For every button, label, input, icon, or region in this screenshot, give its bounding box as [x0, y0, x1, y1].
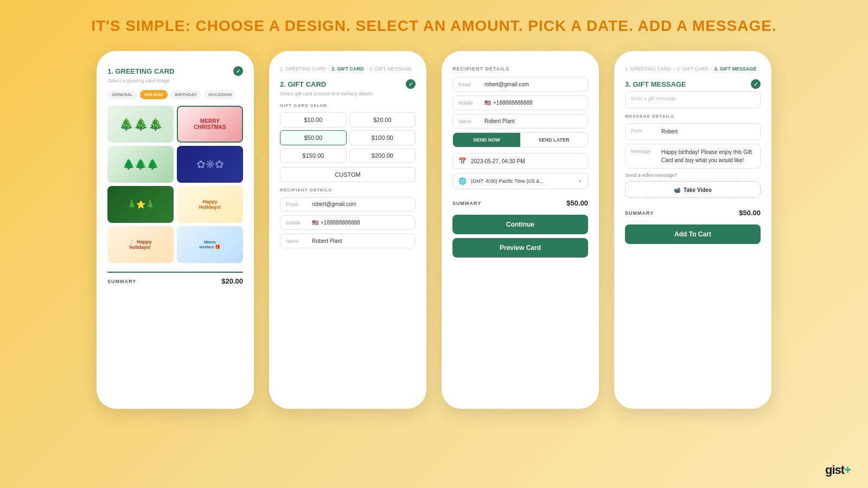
summary-label-4: SUMMARY — [625, 210, 654, 216]
message-details-label: MESSAGE DETAILS — [625, 114, 761, 119]
summary-label-3: SUMMARY — [452, 201, 481, 206]
step-1-heading: 1. GREETING CARD ✓ — [107, 66, 243, 76]
summary-row-4: SUMMARY $50.00 — [625, 204, 761, 221]
step-2-heading: 2. GIFT CARD ✓ — [280, 79, 416, 89]
globe-icon: 🌐 — [458, 177, 467, 185]
send-later-btn[interactable]: SEND LATER — [520, 133, 588, 147]
amount-50[interactable]: $50.00 — [280, 130, 347, 145]
step-1-check: ✓ — [233, 66, 243, 76]
name-label-2: Name — [286, 239, 312, 244]
gist-logo: gist+ — [825, 463, 851, 477]
name-label-3: Name — [458, 119, 484, 124]
amount-10[interactable]: $10.00 — [280, 112, 347, 127]
email-row-3: Email robert@gmail.com — [452, 77, 588, 92]
mobile-value-2[interactable]: +188888888888 — [321, 220, 410, 226]
tab-general[interactable]: GENERAL — [107, 90, 137, 99]
phone-2: 1. GREETING CARD / 2. GIFT CARD / 3. GIF… — [269, 51, 426, 409]
message-placeholder: Enter a gift message — [631, 96, 676, 101]
message-value[interactable]: Happy birthday! Please enjoy this Gift C… — [661, 148, 755, 164]
crumb-2-3: 3. GIFT MESSAGE — [369, 66, 411, 72]
from-label: From — [631, 127, 661, 133]
card-item-6[interactable]: HappyHolidays! — [177, 186, 243, 223]
take-video-button[interactable]: 📹 Take Video — [674, 187, 712, 193]
email-label-2: Email — [286, 202, 312, 207]
message-input[interactable]: Enter a gift message — [625, 91, 761, 108]
page-headline: IT'S SIMPLE: CHOOSE A DESIGN. SELECT AN … — [0, 0, 868, 46]
crumb-4-2: 2. GIFT CARD — [677, 66, 709, 72]
amount-100[interactable]: $100.00 — [349, 130, 416, 145]
summary-amount-3: $50.00 — [566, 199, 588, 207]
message-label: Message — [631, 148, 661, 154]
name-row-2: Name Robert Plant — [280, 234, 416, 248]
step-2-label: 2. GIFT CARD — [280, 80, 326, 88]
recipient-section-label: RECIPIENT DETAILS — [452, 66, 588, 72]
email-value-2[interactable]: robert@gmail.com — [312, 201, 410, 207]
mobile-value-3[interactable]: +188888888888 — [493, 100, 582, 106]
tab-occasion[interactable]: OCCASION — [204, 90, 236, 99]
phone-1: 1. GREETING CARD ✓ Select a greeting car… — [97, 51, 254, 409]
amount-200[interactable]: $200.00 — [349, 148, 416, 163]
email-value-3[interactable]: robert@gmail.com — [484, 81, 582, 87]
card-grid: 🎄🎄🎄 MERRYCHRISTMAS 🌲🌲🌲 ✿❋✿ 🎄⭐🎄 HappyHoli… — [107, 106, 243, 263]
step-2-sub: Select gift card amount and delivery det… — [280, 91, 416, 97]
summary-label-1: SUMMARY — [107, 279, 136, 284]
step-2-check: ✓ — [406, 79, 416, 89]
mobile-row-3: Mobile 🇺🇸 +188888888888 — [452, 95, 588, 110]
card-item-4[interactable]: ✿❋✿ — [177, 146, 243, 183]
card-item-3[interactable]: 🌲🌲🌲 — [107, 146, 174, 183]
crumb-2-1: 1. GREETING CARD — [280, 66, 326, 72]
amount-custom[interactable]: CUSTOM — [280, 167, 416, 182]
video-label: Send a video message? — [625, 172, 761, 178]
name-value-2[interactable]: Robert Plant — [312, 238, 410, 244]
step-1-label: 1. GREETING CARD — [107, 67, 175, 75]
message-row: Message Happy birthday! Please enjoy thi… — [625, 144, 761, 169]
summary-amount-4: $50.00 — [739, 209, 761, 217]
tz-row: 🌐 (GMT -8:00) Pacific Time (US &... ▼ — [452, 173, 588, 189]
mobile-label-3: Mobile — [458, 100, 484, 106]
breadcrumb-4: 1. GREETING CARD / 2. GIFT CARD / 3. GIF… — [625, 66, 761, 72]
from-row: From Robert — [625, 123, 761, 140]
step-3-check: ✓ — [751, 79, 761, 89]
date-row[interactable]: 📅 2023-05-27, 04:30 PM — [452, 153, 588, 169]
camera-icon: 📹 — [674, 187, 680, 193]
card-item-5[interactable]: 🎄⭐🎄 — [107, 186, 174, 223]
phones-container: 1. GREETING CARD ✓ Select a greeting car… — [0, 51, 868, 409]
card-item-2[interactable]: MERRYCHRISTMAS — [177, 106, 243, 143]
add-to-cart-button[interactable]: Add To Cart — [625, 224, 761, 244]
email-row-2: Email robert@gmail.com — [280, 197, 416, 211]
chevron-down-icon: ▼ — [578, 179, 582, 184]
tz-value[interactable]: (GMT -8:00) Pacific Time (US &... — [471, 178, 573, 184]
phone-4: 1. GREETING CARD / 2. GIFT CARD / 3. GIF… — [614, 51, 771, 409]
mobile-row-2: Mobile 🇺🇸 +188888888888 — [280, 215, 416, 230]
card-item-7[interactable]: 🕯️ Happyholidays! — [107, 226, 174, 263]
breadcrumb-2: 1. GREETING CARD / 2. GIFT CARD / 3. GIF… — [280, 66, 416, 72]
gist-plus-icon: + — [844, 463, 851, 477]
tabs-row: GENERAL HOLIDAY BIRTHDAY OCCASION — [107, 90, 243, 99]
mobile-label-2: Mobile — [286, 220, 312, 226]
step-1-sub: Select a greeting card image — [107, 78, 243, 84]
crumb-2-2: 2. GIFT CARD — [332, 66, 364, 72]
name-row-3: Name Robert Plant — [452, 114, 588, 129]
step-3-heading: 3. GIFT MESSAGE ✓ — [625, 79, 761, 89]
crumb-4-1: 1. GREETING CARD — [625, 66, 671, 72]
from-value[interactable]: Robert — [661, 127, 755, 136]
phone-3: RECIPIENT DETAILS Email robert@gmail.com… — [442, 51, 599, 409]
date-value[interactable]: 2023-05-27, 04:30 PM — [471, 158, 582, 164]
step-3-label: 3. GIFT MESSAGE — [625, 80, 686, 88]
send-now-btn[interactable]: SEND NOW — [453, 133, 520, 147]
card-item-8[interactable]: Warmwishes 🎁 — [177, 226, 243, 263]
amount-20[interactable]: $20.00 — [349, 112, 416, 127]
amount-grid: $10.00 $20.00 $50.00 $100.00 $150.00 $20… — [280, 112, 416, 182]
name-value-3[interactable]: Robert Plant — [484, 118, 582, 124]
tab-holiday[interactable]: HOLIDAY — [140, 90, 168, 99]
continue-button[interactable]: Continue — [452, 215, 588, 234]
calendar-icon: 📅 — [458, 157, 467, 165]
crumb-4-3: 3. GIFT MESSAGE — [714, 66, 756, 72]
video-box: 📹 Take Video — [625, 181, 761, 198]
amount-150[interactable]: $150.00 — [280, 148, 347, 163]
email-label-3: Email — [458, 82, 484, 87]
gift-card-value-label: GIFT CARD VALUE — [280, 103, 416, 108]
tab-birthday[interactable]: BIRTHDAY — [170, 90, 201, 99]
card-item-1[interactable]: 🎄🎄🎄 — [107, 106, 174, 143]
preview-card-button[interactable]: Preview Card — [452, 238, 588, 258]
